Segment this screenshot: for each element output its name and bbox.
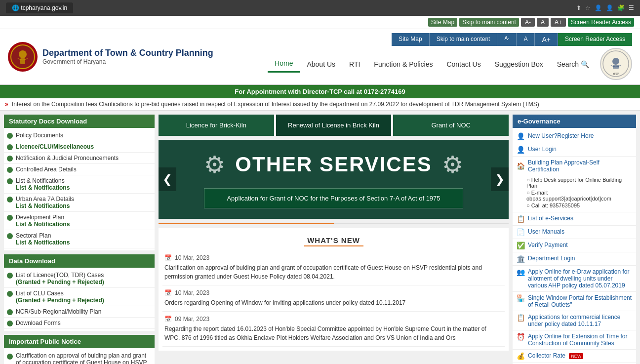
login-icon: 👤 bbox=[517, 146, 525, 154]
slider-content: ⚙ OTHER SERVICES ⚙ Application for Grant… bbox=[204, 151, 463, 208]
egov-item-commercial[interactable]: 📋 Applications for commercial licence un… bbox=[513, 311, 636, 330]
list-item[interactable]: Policy Documents bbox=[4, 130, 155, 141]
list-item[interactable]: List of CLU Cases(Granted + Pending + Re… bbox=[4, 288, 155, 306]
font-small-nav[interactable]: A- bbox=[497, 33, 517, 46]
site-map-nav[interactable]: Site Map bbox=[392, 33, 429, 46]
nav-suggestion[interactable]: Suggestion Box bbox=[488, 56, 550, 72]
notice-list: Clarification on approval of buiding pla… bbox=[4, 348, 155, 364]
nav-contact[interactable]: Contact Us bbox=[440, 56, 487, 72]
egov-item-manuals[interactable]: 📄 User Manuals bbox=[513, 226, 636, 239]
list-item[interactable]: List & NotificationsList & Notifications bbox=[4, 175, 155, 194]
list-item[interactable]: List of Licence(TOD, TDR) Cases(Granted … bbox=[4, 270, 155, 288]
data-download-section: Data Download List of Licence(TOD, TDR) … bbox=[4, 254, 155, 331]
news-date-2: 📅 10 Mar, 2023 bbox=[164, 289, 503, 296]
site-map-link[interactable]: Site Map bbox=[428, 18, 457, 27]
list-item[interactable]: Notification & Judicial Pronouncements bbox=[4, 153, 155, 164]
egov-item-verify-payment[interactable]: ✅ Verify Payment bbox=[513, 239, 636, 252]
bullet-dot bbox=[7, 291, 13, 297]
egov-header: e-Governance bbox=[513, 115, 636, 128]
service-btn[interactable]: Application for Grant of NOC for the Pur… bbox=[204, 188, 463, 208]
nav-rti[interactable]: RTI bbox=[342, 56, 367, 72]
slider-next-btn[interactable]: ❯ bbox=[491, 167, 509, 191]
egov-item-new-user[interactable]: 👤 New User?Register Here bbox=[513, 130, 636, 143]
gear-right-icon: ⚙ bbox=[442, 151, 463, 178]
egov-item-edraw[interactable]: 👥 Apply Online for e-Draw application fo… bbox=[513, 266, 636, 292]
nav-search[interactable]: Search 🔍 bbox=[550, 56, 596, 72]
whats-new-title: WHAT'S NEW bbox=[162, 232, 505, 245]
egov-item-dept-login[interactable]: 🏛️ Department Login bbox=[513, 252, 636, 266]
calendar-icon: 📅 bbox=[164, 289, 172, 296]
font-buttons: A- A A+ bbox=[521, 18, 566, 27]
dept-logo bbox=[8, 42, 38, 72]
screen-reader-nav[interactable]: Screen Reader Access bbox=[558, 33, 632, 46]
calendar-icon: 📅 bbox=[164, 316, 172, 323]
bullet-dot bbox=[7, 321, 13, 326]
list-item[interactable]: Controlled Area Details bbox=[4, 164, 155, 175]
nav-about[interactable]: About Us bbox=[300, 56, 342, 72]
share-icon[interactable]: ⬆ bbox=[576, 4, 581, 11]
profile-icon[interactable]: 👤 bbox=[595, 4, 602, 11]
notice-item[interactable]: Clarification on approval of buiding pla… bbox=[4, 350, 155, 364]
nav-home[interactable]: Home bbox=[268, 55, 300, 73]
list-item[interactable]: NCR/Sub-Regional/Mobility Plan bbox=[4, 306, 155, 318]
nav-function-policies[interactable]: Function & Policies bbox=[367, 56, 440, 72]
list-item[interactable]: Licence/CLU/Miscellaneous bbox=[4, 141, 155, 153]
slider-progress bbox=[159, 223, 509, 224]
list-item[interactable]: Development PlanList & Notifications bbox=[4, 212, 155, 230]
header-logo: Department of Town & Country Planning Go… bbox=[8, 42, 213, 72]
tab-grant-noc[interactable]: Grant of NOC bbox=[393, 115, 509, 136]
browser-tab[interactable]: 🌐 tcpharyana.gov.in bbox=[6, 2, 73, 13]
font-large-btn[interactable]: A+ bbox=[551, 18, 566, 27]
egov-item-collector-rate[interactable]: 💰 Collector Rate NEW bbox=[513, 350, 636, 363]
slider-prev-btn[interactable]: ❮ bbox=[159, 167, 176, 191]
list-icon: 📋 bbox=[517, 215, 525, 223]
star-icon[interactable]: ☆ bbox=[585, 4, 591, 11]
news-text-2: Orders regarding Opening of Window for i… bbox=[164, 298, 503, 307]
news-item: 📅 10 Mar, 2023 Orders regarding Opening … bbox=[162, 285, 505, 312]
bullet-dot bbox=[7, 156, 13, 162]
tab-renewal-brick-kiln[interactable]: Renewal of License in Brick Kiln bbox=[276, 115, 392, 136]
bullet-dot bbox=[7, 144, 13, 150]
notice-header: Important Public Notice bbox=[4, 335, 155, 348]
list-item[interactable]: Sectoral PlanList & Notifications bbox=[4, 230, 155, 248]
egov-item-retail[interactable]: 🏪 Single Window Portal for Establishment… bbox=[513, 292, 636, 311]
egov-item-extension[interactable]: ⏰ Apply Online for Extension of Time for… bbox=[513, 330, 636, 350]
favicon: 🌐 bbox=[12, 4, 19, 11]
svg-point-4 bbox=[612, 58, 619, 65]
font-small-btn[interactable]: A- bbox=[521, 18, 535, 27]
calendar-icon: 📅 bbox=[164, 254, 172, 261]
dept-icon: 🏛️ bbox=[517, 255, 525, 263]
slider-tabs: Licence for Brick-Kiln Renewal of Licens… bbox=[159, 115, 509, 136]
list-item[interactable]: Urban Area 7A DetailsList & Notification… bbox=[4, 194, 155, 212]
news-item: 📅 09 Mar, 2023 Regarding the report date… bbox=[162, 312, 505, 347]
egov-item-login[interactable]: 👤 User Login bbox=[513, 143, 636, 157]
menu-icon[interactable]: ☰ bbox=[629, 4, 634, 11]
puzzle-icon[interactable]: 🧩 bbox=[617, 4, 625, 11]
statutory-list: Policy Documents Licence/CLU/Miscellaneo… bbox=[4, 128, 155, 250]
right-sidebar: e-Governance 👤 New User?Register Here 👤 … bbox=[513, 115, 636, 364]
font-normal-btn[interactable]: A bbox=[537, 18, 549, 27]
left-sidebar: Statutory Docs Download Policy Documents… bbox=[4, 115, 155, 364]
profile-icon-2[interactable]: 👤 bbox=[606, 4, 613, 11]
bullet-dot bbox=[7, 197, 13, 202]
list-item[interactable]: Download Forms bbox=[4, 318, 155, 329]
tab-licence-brick-kiln[interactable]: Licence for Brick-Kiln bbox=[159, 115, 274, 136]
egov-item-eservices[interactable]: 📋 List of e-Services bbox=[513, 212, 636, 226]
news-date-3: 📅 09 Mar, 2023 bbox=[164, 316, 503, 323]
screen-reader-link[interactable]: Screen Reader Access bbox=[568, 18, 634, 27]
edraw-icon: 👥 bbox=[517, 268, 525, 276]
other-services-title: OTHER SERVICES bbox=[235, 153, 432, 176]
data-download-header: Data Download bbox=[4, 254, 155, 268]
bullet-dot bbox=[7, 167, 13, 173]
bullet-dot bbox=[7, 215, 13, 221]
skip-main-nav[interactable]: Skip to main content bbox=[430, 33, 498, 46]
statutory-section: Statutory Docs Download Policy Documents… bbox=[4, 115, 155, 250]
skip-main-link[interactable]: Skip to main content bbox=[459, 18, 519, 27]
dept-name: Department of Town & Country Planning bbox=[42, 48, 213, 58]
font-normal-nav[interactable]: A bbox=[517, 33, 535, 46]
font-large-nav[interactable]: A+ bbox=[535, 33, 558, 46]
svg-text:भारत: भारत bbox=[613, 72, 620, 76]
other-services-icons: ⚙ OTHER SERVICES ⚙ bbox=[204, 151, 463, 178]
ticker: » Interest on the Composition fees Clari… bbox=[0, 98, 640, 111]
slider-container: ❮ ⚙ OTHER SERVICES ⚙ Application for Gra… bbox=[159, 140, 509, 219]
